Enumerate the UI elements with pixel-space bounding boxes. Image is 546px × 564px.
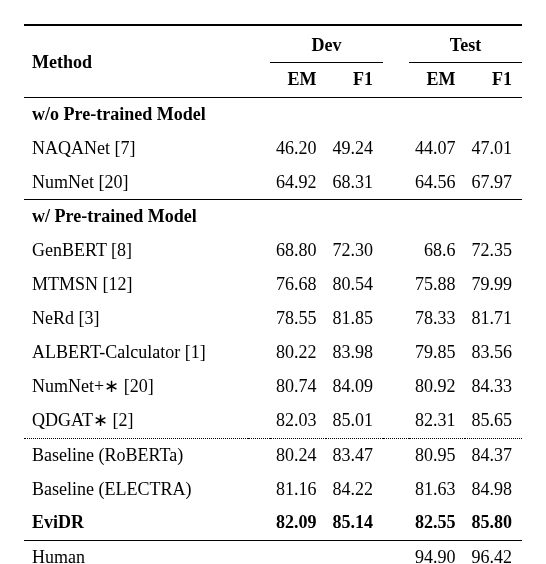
gap [383, 370, 409, 404]
dev-f1: 80.54 [326, 268, 383, 302]
dev-f1: 84.22 [326, 473, 383, 507]
table-row: Baseline (ELECTRA)81.1684.2281.6384.98 [24, 473, 522, 507]
test-em: 79.85 [409, 336, 466, 370]
dev-em: 76.68 [270, 268, 327, 302]
dev-f1: 85.01 [326, 404, 383, 438]
table-row: EviDR82.0985.1482.5585.80 [24, 506, 522, 540]
test-em: 44.07 [409, 132, 466, 166]
test-f1: 84.37 [465, 438, 522, 472]
dev-em [270, 541, 327, 564]
table-row: QDGAT∗ [2]82.0385.0182.3185.65 [24, 404, 522, 438]
table-row: ALBERT-Calculator [1]80.2283.9879.8583.5… [24, 336, 522, 370]
gap [248, 132, 270, 166]
col-test: Test [409, 25, 522, 62]
test-em: 94.90 [409, 541, 466, 564]
dev-em: 82.03 [270, 404, 327, 438]
dev-em: 78.55 [270, 302, 327, 336]
dev-f1: 83.47 [326, 438, 383, 472]
gap [383, 438, 409, 472]
gap [248, 234, 270, 268]
gap [383, 404, 409, 438]
dev-f1: 81.85 [326, 302, 383, 336]
test-f1: 84.33 [465, 370, 522, 404]
table-row: MTMSN [12]76.6880.5475.8879.99 [24, 268, 522, 302]
dev-f1: 68.31 [326, 166, 383, 200]
test-em: 82.31 [409, 404, 466, 438]
col-dev: Dev [270, 25, 383, 62]
gap [248, 404, 270, 438]
test-em: 78.33 [409, 302, 466, 336]
col-test-f1: F1 [465, 62, 522, 97]
method-cell: GenBERT [8] [24, 234, 248, 268]
test-f1: 72.35 [465, 234, 522, 268]
dev-em: 81.16 [270, 473, 327, 507]
dev-em: 80.22 [270, 336, 327, 370]
test-em: 68.6 [409, 234, 466, 268]
method-cell: EviDR [24, 506, 248, 540]
test-f1: 83.56 [465, 336, 522, 370]
col-dev-f1: F1 [326, 62, 383, 97]
table-row: Baseline (RoBERTa)80.2483.4780.9584.37 [24, 438, 522, 472]
gap [383, 506, 409, 540]
table-row: NeRd [3]78.5581.8578.3381.71 [24, 302, 522, 336]
gap [248, 268, 270, 302]
dev-em: 80.24 [270, 438, 327, 472]
test-em: 82.55 [409, 506, 466, 540]
test-f1: 81.71 [465, 302, 522, 336]
table-row: NAQANet [7]46.2049.2444.0747.01 [24, 132, 522, 166]
dev-f1: 84.09 [326, 370, 383, 404]
gap [383, 541, 409, 564]
dev-f1: 85.14 [326, 506, 383, 540]
gap [383, 473, 409, 507]
test-f1: 67.97 [465, 166, 522, 200]
dev-f1: 83.98 [326, 336, 383, 370]
gap [383, 234, 409, 268]
gap [248, 302, 270, 336]
table-row: NumNet+∗ [20]80.7484.0980.9284.33 [24, 370, 522, 404]
section-head: w/o Pre-trained Model [24, 97, 522, 131]
gap [383, 166, 409, 200]
method-cell: QDGAT∗ [2] [24, 404, 248, 438]
dev-em: 68.80 [270, 234, 327, 268]
col-gap [383, 62, 409, 97]
table-row: GenBERT [8]68.8072.3068.672.35 [24, 234, 522, 268]
method-cell: ALBERT-Calculator [1] [24, 336, 248, 370]
method-cell: NumNet+∗ [20] [24, 370, 248, 404]
test-em: 81.63 [409, 473, 466, 507]
human-row: Human94.9096.42 [24, 541, 522, 564]
results-table: MethodDevTestEMF1EMF1w/o Pre-trained Mod… [24, 24, 522, 564]
test-f1: 47.01 [465, 132, 522, 166]
col-method: Method [24, 25, 248, 97]
gap [248, 541, 270, 564]
col-dev-em: EM [270, 62, 327, 97]
col-gap [248, 25, 270, 62]
dev-f1: 49.24 [326, 132, 383, 166]
test-f1: 84.98 [465, 473, 522, 507]
dev-em: 80.74 [270, 370, 327, 404]
method-cell: NAQANet [7] [24, 132, 248, 166]
method-cell: Baseline (ELECTRA) [24, 473, 248, 507]
test-f1: 96.42 [465, 541, 522, 564]
col-test-em: EM [409, 62, 466, 97]
table-row: NumNet [20]64.9268.3164.5667.97 [24, 166, 522, 200]
test-f1: 79.99 [465, 268, 522, 302]
gap [383, 132, 409, 166]
test-em: 80.92 [409, 370, 466, 404]
gap [383, 302, 409, 336]
dev-em: 64.92 [270, 166, 327, 200]
gap [248, 370, 270, 404]
test-em: 75.88 [409, 268, 466, 302]
gap [248, 166, 270, 200]
gap [248, 438, 270, 472]
test-f1: 85.65 [465, 404, 522, 438]
gap [383, 268, 409, 302]
gap [248, 336, 270, 370]
section-head: w/ Pre-trained Model [24, 200, 522, 234]
dev-f1 [326, 541, 383, 564]
test-em: 64.56 [409, 166, 466, 200]
test-em: 80.95 [409, 438, 466, 472]
method-cell: Baseline (RoBERTa) [24, 438, 248, 472]
gap [383, 336, 409, 370]
dev-em: 46.20 [270, 132, 327, 166]
col-gap [383, 25, 409, 62]
